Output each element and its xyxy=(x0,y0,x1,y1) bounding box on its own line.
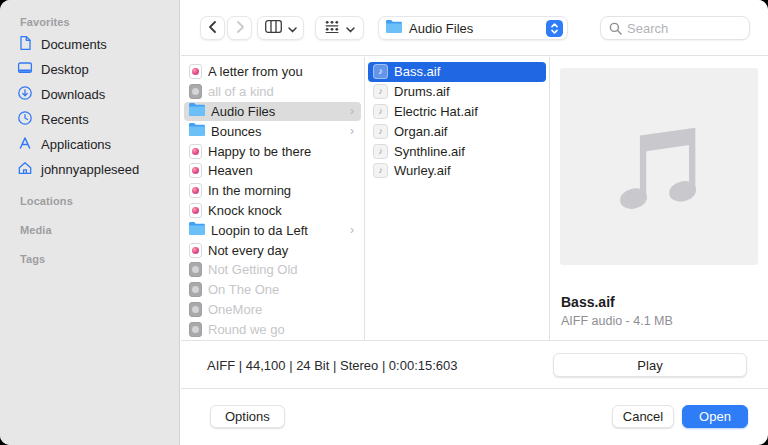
search-field[interactable] xyxy=(600,16,750,40)
group-view-icon xyxy=(324,20,340,36)
file-row[interactable]: ♪ Organ.aif xyxy=(368,121,546,141)
desktop-icon xyxy=(17,60,33,79)
sidebar-item-label: Recents xyxy=(41,112,89,127)
file-row[interactable]: all of a kind xyxy=(184,82,361,102)
file-label: On The One xyxy=(208,282,356,297)
audio-project-icon xyxy=(189,144,202,159)
sidebar-item-applications[interactable]: Applications xyxy=(0,132,179,157)
file-row[interactable]: ♪ Synthline.aif xyxy=(368,141,546,161)
search-input[interactable] xyxy=(627,17,745,39)
sidebar-item-home[interactable]: johnnyappleseed xyxy=(0,157,179,182)
file-label: all of a kind xyxy=(208,84,356,99)
file-label: Synthline.aif xyxy=(394,144,541,159)
dialog-main: Audio Files A letter from you all of a k… xyxy=(181,0,768,445)
chevron-down-icon xyxy=(288,21,297,36)
clock-icon xyxy=(17,110,33,129)
folder-row[interactable]: Loopin to da Left › xyxy=(184,220,361,240)
audio-file-icon: ♪ xyxy=(373,64,388,79)
home-icon xyxy=(17,160,33,179)
file-row[interactable]: OneMore xyxy=(184,300,361,320)
audio-file-icon: ♪ xyxy=(373,84,388,99)
sidebar-item-recents[interactable]: Recents xyxy=(0,107,179,132)
location-popup-button[interactable]: Audio Files xyxy=(378,16,568,40)
file-row[interactable]: Not Getting Old xyxy=(184,260,361,280)
file-row[interactable]: ♪ Drums.aif xyxy=(368,82,546,102)
group-view-button[interactable] xyxy=(315,16,364,40)
folder-label: Loopin to da Left xyxy=(211,223,344,238)
sidebar-header-media: Media xyxy=(0,220,179,240)
column-view-button[interactable] xyxy=(257,16,304,40)
browser-column-2[interactable]: ♪ Bass.aif ♪ Drums.aif ♪ Electric Hat.ai… xyxy=(365,57,550,340)
sidebar: Favorites Documents Desktop Downloads Re… xyxy=(0,0,180,445)
options-button[interactable]: Options xyxy=(210,405,285,428)
sidebar-item-label: Desktop xyxy=(41,62,89,77)
file-row[interactable]: In the morning xyxy=(184,181,361,201)
audio-project-icon xyxy=(189,243,202,258)
forward-button[interactable] xyxy=(227,16,252,40)
folder-row-selected[interactable]: Audio Files › xyxy=(184,102,361,122)
file-row-selected[interactable]: ♪ Bass.aif xyxy=(368,62,546,82)
document-icon xyxy=(17,35,33,54)
file-row[interactable]: ♪ Electric Hat.aif xyxy=(368,102,546,122)
back-button[interactable] xyxy=(200,16,225,40)
audio-file-icon: ♪ xyxy=(373,124,388,139)
location-popup-label: Audio Files xyxy=(409,21,473,36)
file-row[interactable]: Not every day xyxy=(184,240,361,260)
preview-filename: Bass.aif xyxy=(561,294,673,310)
music-note-icon xyxy=(609,115,709,218)
file-label: Organ.aif xyxy=(394,124,541,139)
audio-project-icon xyxy=(189,183,202,198)
file-label: Drums.aif xyxy=(394,84,541,99)
file-label: Round we go xyxy=(208,322,356,337)
file-label: Heaven xyxy=(208,163,356,178)
sidebar-header-favorites: Favorites xyxy=(0,12,179,32)
audio-file-icon: ♪ xyxy=(373,163,388,178)
audio-project-icon-disabled xyxy=(189,262,202,277)
sidebar-item-documents[interactable]: Documents xyxy=(0,32,179,57)
browser-column-1[interactable]: A letter from you all of a kind Audio Fi… xyxy=(181,57,365,340)
file-label: Bass.aif xyxy=(394,64,541,79)
sidebar-item-downloads[interactable]: Downloads xyxy=(0,82,179,107)
sidebar-header-tags: Tags xyxy=(0,249,179,269)
file-label: In the morning xyxy=(208,183,356,198)
file-row[interactable]: Round we go xyxy=(184,319,361,339)
dialog-footer: Options Cancel Open xyxy=(181,388,768,445)
file-row[interactable]: Heaven xyxy=(184,161,361,181)
play-button[interactable]: Play xyxy=(553,353,747,377)
audio-project-icon xyxy=(189,163,202,178)
chevron-left-icon xyxy=(208,21,218,36)
audio-file-icon: ♪ xyxy=(373,104,388,119)
sidebar-item-label: Documents xyxy=(41,37,107,52)
preview-info: Bass.aif AIFF audio - 4.1 MB xyxy=(561,294,673,328)
file-row[interactable]: Happy to be there xyxy=(184,141,361,161)
column-browser: A letter from you all of a kind Audio Fi… xyxy=(181,57,768,340)
preview-meta: AIFF audio - 4.1 MB xyxy=(561,314,673,328)
file-row[interactable]: ♪ Wurley.aif xyxy=(368,161,546,181)
folder-row[interactable]: Bounces › xyxy=(184,121,361,141)
popup-stepper-icon[interactable] xyxy=(546,20,563,37)
open-button[interactable]: Open xyxy=(682,405,748,428)
cancel-button[interactable]: Cancel xyxy=(612,405,674,428)
sidebar-header-locations: Locations xyxy=(0,191,179,211)
file-label: A letter from you xyxy=(208,64,356,79)
chevron-right-icon: › xyxy=(350,223,356,237)
sidebar-item-desktop[interactable]: Desktop xyxy=(0,57,179,82)
folder-label: Bounces xyxy=(211,124,344,139)
file-label: OneMore xyxy=(208,302,356,317)
file-row[interactable]: Knock knock xyxy=(184,201,361,221)
audio-project-icon-disabled xyxy=(189,84,202,99)
column-view-icon xyxy=(265,20,282,36)
sidebar-item-label: Applications xyxy=(41,137,111,152)
toolbar: Audio Files xyxy=(181,0,768,56)
audio-project-icon xyxy=(189,203,202,218)
audio-project-icon-disabled xyxy=(189,302,202,317)
file-label: Wurley.aif xyxy=(394,163,541,178)
sidebar-item-label: johnnyappleseed xyxy=(41,162,139,177)
applications-icon xyxy=(17,135,33,154)
file-row[interactable]: A letter from you xyxy=(184,62,361,82)
file-label: Electric Hat.aif xyxy=(394,104,541,119)
folder-icon xyxy=(189,123,205,139)
downloads-icon xyxy=(17,85,33,104)
file-row[interactable]: On The One xyxy=(184,280,361,300)
audio-project-icon-disabled xyxy=(189,282,202,297)
